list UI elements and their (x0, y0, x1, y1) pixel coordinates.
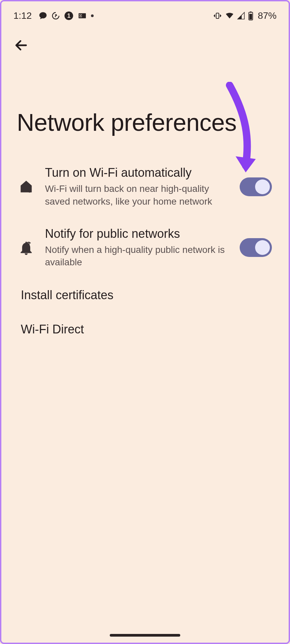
setting-notify-public[interactable]: Notify for public networks Notify when a… (18, 217, 272, 278)
battery-icon (248, 11, 254, 20)
gesture-nav-bar[interactable] (110, 634, 180, 637)
svg-rect-8 (249, 14, 252, 19)
setting-subtitle: Notify when a high-quality public networ… (45, 244, 226, 269)
status-bar-left: 1:12 1 (13, 10, 94, 21)
status-time: 1:12 (13, 10, 32, 21)
notify-public-toggle[interactable] (240, 238, 272, 257)
setting-auto-wifi-body: Turn on Wi-Fi automatically Wi-Fi will t… (45, 166, 229, 208)
chat-notification-icon (39, 11, 47, 20)
battery-percent: 87% (258, 10, 277, 21)
setting-wifi-direct[interactable]: Wi-Fi Direct (18, 312, 272, 346)
wifi-icon (225, 12, 234, 20)
notification-count-icon: 1 (64, 11, 74, 20)
setting-notify-public-body: Notify for public networks Notify when a… (45, 227, 229, 269)
sync-cloud-icon (51, 11, 60, 20)
outlook-icon (78, 11, 87, 20)
vibrate-icon (213, 12, 222, 20)
page-title: Network preferences (11, 55, 279, 156)
svg-point-9 (28, 245, 30, 246)
home-sync-icon (18, 179, 34, 194)
setting-install-certs[interactable]: Install certificates (18, 278, 272, 312)
auto-wifi-toggle[interactable] (240, 177, 272, 196)
setting-subtitle: Wi-Fi will turn back on near high-qualit… (45, 182, 226, 208)
setting-auto-wifi[interactable]: Turn on Wi-Fi automatically Wi-Fi will t… (18, 156, 272, 217)
svg-text:1: 1 (67, 12, 70, 19)
more-notifications-dot (91, 14, 94, 17)
setting-title: Turn on Wi-Fi automatically (45, 166, 226, 180)
setting-title: Notify for public networks (45, 227, 226, 241)
status-bar-right: 87% (213, 10, 277, 21)
svg-rect-7 (250, 11, 252, 13)
status-bar: 1:12 1 87% (1, 1, 289, 25)
setting-title: Wi-Fi Direct (21, 322, 269, 336)
cell-signal-icon (237, 12, 245, 20)
header: Network preferences (1, 25, 289, 156)
back-button[interactable] (11, 36, 31, 55)
back-arrow-icon (14, 38, 29, 53)
settings-list: Turn on Wi-Fi automatically Wi-Fi will t… (1, 156, 289, 346)
setting-title: Install certificates (21, 288, 269, 302)
svg-rect-5 (216, 13, 219, 18)
toggle-knob (255, 179, 270, 194)
bell-wifi-icon (18, 240, 34, 255)
toggle-knob (255, 240, 270, 255)
